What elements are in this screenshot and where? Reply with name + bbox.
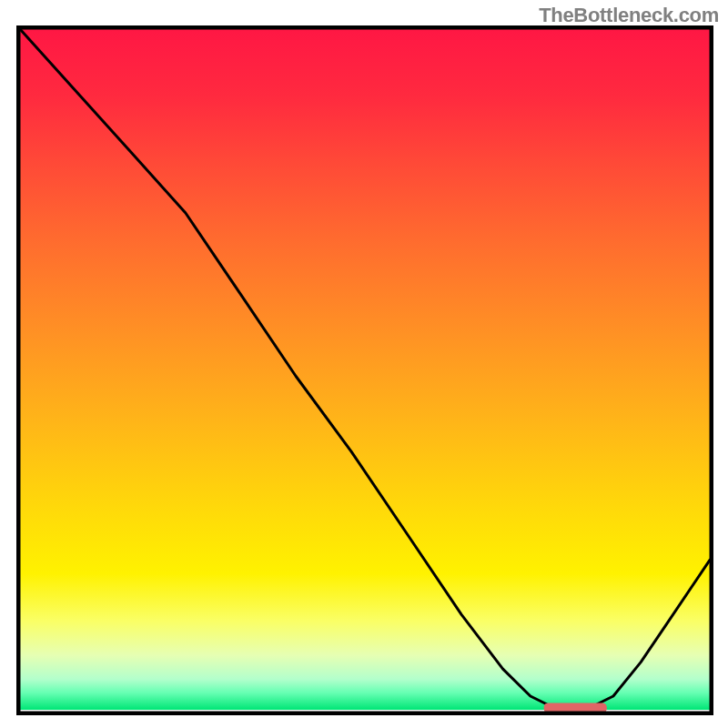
gradient-background xyxy=(19,28,711,710)
chart-container: TheBottleneck.com xyxy=(0,0,728,728)
watermark-text: TheBottleneck.com xyxy=(539,4,719,27)
plot-svg xyxy=(16,25,713,715)
bottleneck-plot xyxy=(16,25,713,715)
